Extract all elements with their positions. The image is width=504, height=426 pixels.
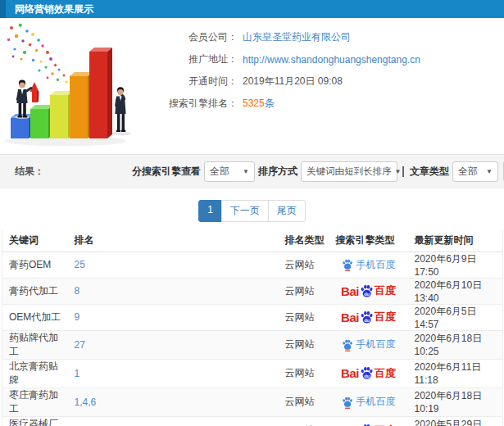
vertical-divider — [402, 166, 404, 177]
filter-controls: 分搜索引擎查看 全部 ▼ 排序方式 关键词由短到长排序 ▼ 文章类型 全部 ▼ … — [129, 161, 504, 182]
article-type-select[interactable]: 全部 ▼ — [452, 161, 498, 182]
baidu-paw-icon: du — [360, 283, 374, 299]
updated-time-cell: 2020年6月10日 13:40 — [408, 278, 503, 304]
growth-chart-illustration — [0, 18, 156, 154]
column-header-2: 排名类型 — [279, 230, 329, 252]
column-header-3: 搜索引擎类型 — [329, 230, 408, 252]
engine-select-value: 全部 — [210, 165, 229, 179]
rank-count-value: 5325 — [243, 97, 265, 109]
rank-link[interactable]: 1,4,6 — [75, 397, 97, 408]
updated-time-cell: 2020年5月29日 10:32 — [408, 416, 503, 426]
info-row-company: 会员公司： 山东皇圣堂药业有限公司 — [156, 26, 504, 48]
updated-time-cell: 2020年6月18日 10:19 — [408, 387, 503, 416]
mobile-baidu-logo: 手机百度 — [342, 395, 396, 409]
updated-time-cell: 2020年6月11日 11:18 — [408, 359, 503, 387]
rank-cell: 9 — [68, 304, 279, 330]
table-row: OEM代加工9云网站Bai du 百度2020年6月5日 14:57 — [2, 304, 503, 330]
mobile-baidu-label: 手机百度 — [356, 338, 396, 351]
result-label: 结果： — [15, 165, 44, 179]
rank-type-cell: 云网站 — [279, 304, 329, 330]
baidu-logo-bai: Bai — [341, 366, 359, 380]
rank-cell: 1 — [68, 359, 279, 387]
engine-select[interactable]: 全部 ▼ — [204, 161, 255, 182]
info-row-url: 推广地址： http://www.shandonghuangshengtang.… — [156, 48, 504, 70]
keyword-cell: 北京膏药贴牌 — [2, 359, 68, 387]
rank-link[interactable]: 27 — [75, 339, 85, 351]
promo-url-label: 推广地址： — [156, 52, 238, 66]
engine-type-cell: 手机百度 — [329, 330, 408, 359]
header-accent-bar — [0, 0, 6, 18]
info-row-rank-count: 搜索引擎排名： 5325条 — [156, 93, 504, 115]
table-row: 枣庄膏药加工1,4,6云网站 手机百度2020年6月18日 10:19 — [2, 387, 503, 416]
svg-text:du: du — [364, 374, 370, 378]
info-row-opened: 开通时间： 2019年11月20日 09:08 — [156, 70, 504, 93]
rank-type-cell: 云网站 — [279, 387, 329, 416]
baidu-logo-cn: 百度 — [375, 310, 396, 324]
opened-time-label: 开通时间： — [156, 75, 238, 88]
column-header-0: 关键词 — [2, 230, 68, 252]
page-1-button[interactable]: 1 — [198, 200, 222, 222]
baidu-paw-icon — [342, 258, 353, 271]
baidu-logo: Bai du 百度 — [341, 310, 396, 325]
company-link[interactable]: 山东皇圣堂药业有限公司 — [243, 30, 351, 44]
rank-type-cell: 云网站 — [279, 252, 329, 278]
rank-type-cell: 云网站 — [279, 278, 329, 304]
promo-url-link[interactable]: http://www.shandonghuangshengtang.cn — [243, 54, 420, 66]
baidu-logo-bai: Bai — [341, 310, 359, 324]
engine-type-cell: 手机百度 — [329, 387, 408, 416]
rank-link[interactable]: 8 — [75, 285, 80, 297]
svg-text:du: du — [364, 291, 370, 296]
table-row: 药贴牌代加工27云网站 手机百度2020年6月18日 10:25 — [2, 330, 503, 359]
rank-link[interactable]: 1 — [75, 368, 80, 379]
table-row: 北京膏药贴牌1云网站Bai du 百度2020年6月11日 11:18 — [2, 359, 503, 387]
keyword-cell: 膏药OEM — [2, 252, 68, 278]
next-page-button[interactable]: 下一页 — [221, 200, 269, 222]
app-header: 网络营销效果展示 — [0, 0, 504, 18]
table-header-row: 关键词排名排名类型搜索引擎类型最新更新时间 — [2, 230, 503, 252]
sort-select[interactable]: 关键词由短到长排序 ▼ — [301, 161, 397, 182]
mobile-baidu-label: 手机百度 — [356, 258, 396, 272]
baidu-logo-bai: Bai — [341, 284, 359, 298]
baidu-paw-icon: du — [360, 310, 374, 325]
keyword-cell: 枣庄膏药加工 — [2, 387, 68, 416]
chevron-down-icon: ▼ — [395, 168, 402, 175]
svg-text:du: du — [364, 317, 370, 322]
last-page-button[interactable]: 尾页 — [268, 200, 306, 222]
baidu-logo: Bai du 百度 — [341, 283, 396, 299]
opened-time-value: 2019年11月20日 09:08 — [243, 75, 343, 88]
sort-label: 排序方式 — [258, 165, 297, 179]
engine-type-cell: 手机百度 — [329, 252, 408, 278]
baidu-logo-cn: 百度 — [375, 366, 396, 381]
bar-green — [30, 105, 53, 138]
chevron-down-icon: ▼ — [243, 168, 249, 175]
engine-type-cell: Bai du 百度 — [329, 278, 408, 304]
keyword-cell: 药贴牌代加工 — [2, 330, 68, 359]
page-title: 网络营销效果展示 — [15, 2, 93, 16]
mobile-baidu-logo: 手机百度 — [342, 258, 396, 272]
column-header-1: 排名 — [68, 230, 279, 252]
baidu-logo-cn: 百度 — [375, 424, 396, 426]
engine-type-cell: Bai du 百度 — [329, 359, 408, 387]
baidu-paw-icon: du — [360, 423, 374, 426]
rank-link[interactable]: 9 — [75, 311, 80, 323]
article-type-select-value: 全部 — [458, 165, 478, 179]
engine-type-cell: Bai du 百度 — [329, 304, 408, 330]
company-label: 会员公司： — [156, 30, 238, 44]
table-row: 医疗器械厂家4云网站Bai du 百度2020年5月29日 10:32 — [2, 416, 503, 426]
rank-cell: 4 — [68, 416, 279, 426]
rank-count-label: 搜索引擎排名： — [156, 97, 238, 111]
column-header-4: 最新更新时间 — [408, 230, 503, 252]
rank-link[interactable]: 25 — [75, 259, 85, 270]
engine-filter-label: 分搜索引擎查看 — [132, 165, 201, 179]
rank-count-unit: 条 — [265, 97, 275, 109]
baidu-logo-cn: 百度 — [375, 283, 396, 298]
pagination: 1 下一页 尾页 — [0, 200, 504, 222]
results-table: 关键词排名排名类型搜索引擎类型最新更新时间 膏药OEM25云网站 手机百度202… — [2, 230, 503, 426]
updated-time-cell: 2020年6月5日 14:57 — [408, 304, 503, 330]
marketing-report-page: 网络营销效果展示 — [0, 0, 504, 426]
businessman-right — [115, 87, 125, 132]
table-row: 膏药OEM25云网站 手机百度2020年6月9日 17:50 — [2, 252, 503, 278]
company-info: 会员公司： 山东皇圣堂药业有限公司 推广地址： http://www.shand… — [156, 18, 504, 154]
bar-yellow — [50, 91, 73, 138]
rank-type-cell: 云网站 — [279, 359, 329, 387]
